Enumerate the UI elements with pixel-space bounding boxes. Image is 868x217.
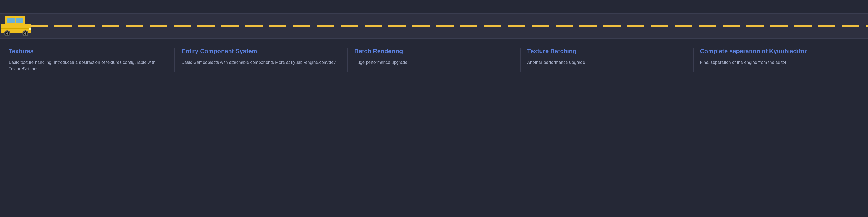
road-dashes: [30, 25, 868, 27]
road-dash: [389, 25, 406, 27]
road-dash: [675, 25, 692, 27]
feature-title-textures: Textures: [9, 48, 168, 55]
car-wheel-left: [4, 30, 10, 36]
car-headlight: [29, 28, 31, 30]
road-dash: [341, 25, 358, 27]
car-window-divider: [16, 18, 16, 23]
car: [1, 17, 31, 36]
road-dash: [723, 25, 740, 27]
content-area: TexturesBasic texture handling! Introduc…: [0, 48, 868, 72]
column-divider: [347, 48, 348, 72]
feature-title-batch-rendering: Batch Rendering: [354, 48, 514, 55]
car-window: [7, 18, 23, 23]
feature-column-ecs: Entity Component SystemBasic Gameobjects…: [177, 48, 345, 72]
road-dash: [54, 25, 72, 27]
road-dash: [746, 25, 764, 27]
road-dash: [412, 25, 430, 27]
road-dash: [30, 25, 48, 27]
road-dash: [150, 25, 167, 27]
road-dash: [365, 25, 382, 27]
road-dash: [78, 25, 95, 27]
road-dash: [436, 25, 454, 27]
road: [0, 13, 868, 39]
road-dash: [317, 25, 334, 27]
feature-title-kyuubieditor-separation: Complete seperation of Kyuubieditor: [700, 48, 859, 55]
road-dash: [603, 25, 621, 27]
road-dash: [102, 25, 119, 27]
road-dash: [484, 25, 501, 27]
feature-description-textures: Basic texture handling! Introduces a abs…: [9, 59, 168, 72]
road-dash: [651, 25, 669, 27]
feature-title-texture-batching: Texture Batching: [527, 48, 686, 55]
road-dash: [245, 25, 262, 27]
car-wheel-right: [22, 30, 28, 36]
road-dash: [460, 25, 477, 27]
road-dash: [699, 25, 716, 27]
road-dash: [794, 25, 812, 27]
road-dash: [269, 25, 286, 27]
road-dash: [174, 25, 191, 27]
road-dash: [866, 25, 868, 27]
road-dash: [197, 25, 215, 27]
column-divider: [520, 48, 521, 72]
road-dash: [627, 25, 645, 27]
feature-description-batch-rendering: Huge performance upgrade: [354, 59, 514, 65]
road-dash: [556, 25, 573, 27]
feature-title-ecs: Entity Component System: [181, 48, 341, 55]
road-dash: [818, 25, 835, 27]
feature-column-textures: TexturesBasic texture handling! Introduc…: [4, 48, 172, 72]
feature-column-batch-rendering: Batch RenderingHuge performance upgrade: [350, 48, 518, 72]
road-dash: [579, 25, 597, 27]
feature-description-ecs: Basic Gameobjects with attachable compon…: [181, 59, 341, 65]
road-dash: [508, 25, 525, 27]
feature-column-texture-batching: Texture BatchingAnother performance upgr…: [523, 48, 691, 72]
column-divider: [175, 48, 175, 72]
road-dash: [842, 25, 859, 27]
feature-description-texture-batching: Another performance upgrade: [527, 59, 686, 65]
road-dash: [293, 25, 310, 27]
car-stripe: [1, 28, 31, 29]
feature-description-kyuubieditor-separation: Final seperation of the engine from the …: [700, 59, 859, 65]
column-divider: [693, 48, 693, 72]
road-dash: [532, 25, 549, 27]
road-dash: [221, 25, 239, 27]
road-dash: [770, 25, 788, 27]
feature-column-kyuubieditor-separation: Complete seperation of KyuubieditorFinal…: [696, 48, 864, 72]
road-dash: [126, 25, 143, 27]
